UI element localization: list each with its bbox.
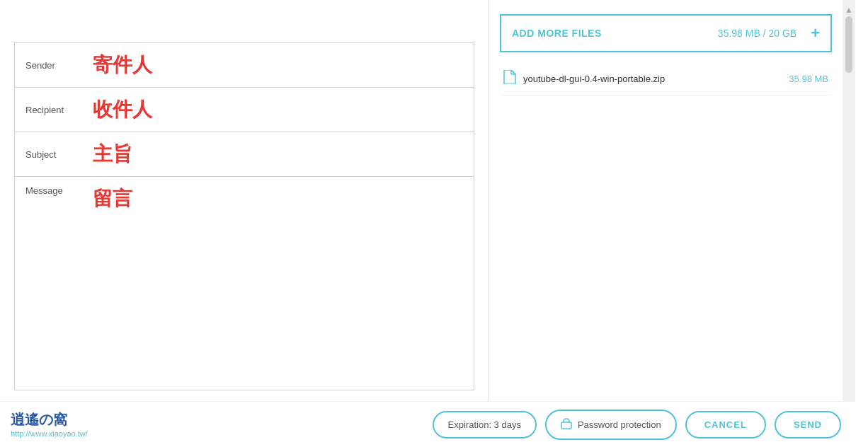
message-value[interactable]: 留言 [86,177,474,221]
subject-value[interactable]: 主旨 [86,132,474,176]
subject-label: Subject [15,141,86,168]
add-files-bar[interactable]: ADD MORE FILES 35.98 MB / 20 GB + [500,14,832,52]
scrollbar[interactable]: ▲ ▼ [843,0,855,447]
file-list: youtube-dl-gui-0.4-win-portable.zip 35.9… [500,63,832,95]
file-item: youtube-dl-gui-0.4-win-portable.zip 35.9… [500,63,832,95]
sender-row: Sender 寄件人 [14,42,474,87]
password-protection-label: Password protection [578,419,661,430]
recipient-row: Recipient 收件人 [14,87,474,132]
file-name: youtube-dl-gui-0.4-win-portable.zip [523,74,789,84]
scroll-up-arrow[interactable]: ▲ [845,5,853,15]
scrollbar-thumb[interactable] [845,16,852,73]
right-panel: ADD MORE FILES 35.98 MB / 20 GB + youtub… [489,0,843,447]
plus-icon[interactable]: + [811,24,820,42]
logo-main: 逍遙の窩 [11,410,248,429]
password-icon [561,418,572,431]
logo-url[interactable]: http://www.xiaoyao.tw/ [11,429,248,438]
file-icon [503,70,516,88]
left-panel: Sender 寄件人 Recipient 收件人 Subject 主旨 Mess… [0,0,489,447]
bottom-bar: 逍遙の窩 http://www.xiaoyao.tw/ Expiration: … [0,401,855,447]
recipient-label: Recipient [15,96,86,124]
recipient-value[interactable]: 收件人 [86,88,474,132]
cancel-button[interactable]: CANCEL [685,411,766,439]
password-protection-button[interactable]: Password protection [545,410,677,440]
main-container: Sender 寄件人 Recipient 收件人 Subject 主旨 Mess… [0,0,868,447]
message-row: Message 留言 [14,176,474,390]
sender-value[interactable]: 寄件人 [86,43,474,87]
subject-row: Subject 主旨 [14,132,474,176]
storage-info: 35.98 MB / 20 GB [718,28,796,39]
message-label: Message [15,177,86,204]
file-size: 35.98 MB [789,74,828,84]
logo-area: 逍遙の窩 http://www.xiaoyao.tw/ [0,401,248,447]
expiration-button[interactable]: Expiration: 3 days [433,411,537,439]
content-area: Sender 寄件人 Recipient 收件人 Subject 主旨 Mess… [0,0,855,447]
send-button[interactable]: SEND [775,411,841,439]
sender-label: Sender [15,52,86,79]
form-section: Sender 寄件人 Recipient 收件人 Subject 主旨 Mess… [14,42,474,390]
svg-rect-0 [561,422,571,429]
expiration-label: Expiration: 3 days [448,419,521,430]
add-files-label: ADD MORE FILES [512,28,602,39]
